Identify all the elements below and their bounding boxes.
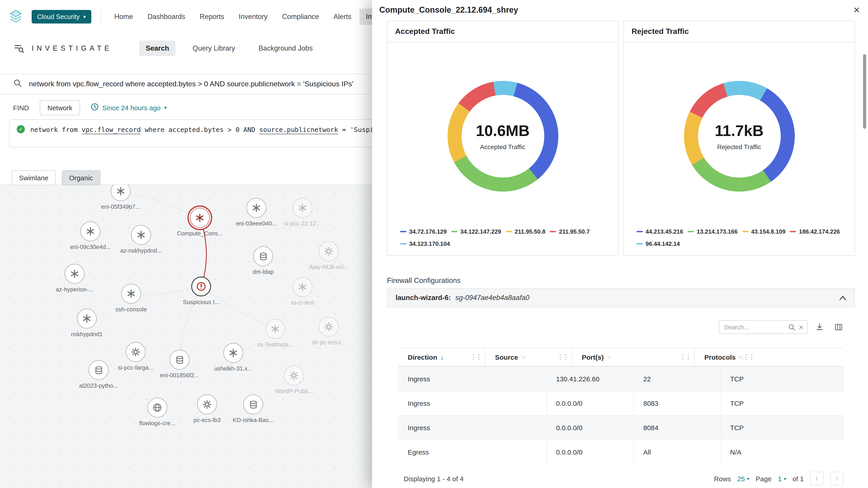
caret-down-icon: ▾ bbox=[784, 476, 786, 481]
legend-swatch bbox=[688, 231, 694, 232]
legend-swatch bbox=[637, 231, 643, 232]
column-header[interactable]: Direction ↓ ↑↓ ⋮⋮ bbox=[398, 348, 485, 366]
graph-node[interactable]: WordP-Publi... bbox=[284, 365, 304, 385]
sort-icon: ↑↓ bbox=[739, 354, 743, 360]
table-row[interactable]: Ingress 0.0.0.0/0 8084 TCP bbox=[398, 415, 844, 440]
valid-query-check-icon: ✓ bbox=[17, 125, 25, 133]
legend-swatch bbox=[550, 231, 556, 232]
graph-node[interactable]: ushelkh-31.x... bbox=[223, 343, 243, 363]
drag-handle-icon[interactable]: ⋮⋮ bbox=[680, 353, 690, 361]
nav-item[interactable]: Inventory bbox=[232, 8, 274, 25]
security-group-name: launch-wizard-6: bbox=[396, 294, 451, 302]
nav-item[interactable]: Dashboards bbox=[141, 8, 191, 25]
firewall-table: Direction ↓ ↑↓ ⋮⋮ Source ↓ ↑↓ ⋮⋮ Port(s) bbox=[398, 348, 844, 464]
view-tab[interactable]: Organic bbox=[62, 170, 100, 185]
page-select[interactable]: 1 ▾ bbox=[778, 475, 786, 482]
graph-node[interactable]: pc-ecs-lb3 bbox=[197, 394, 217, 414]
column-header[interactable]: Source ↓ ↑↓ ⋮⋮ bbox=[485, 348, 572, 366]
compute-icon bbox=[252, 203, 261, 213]
graph-node[interactable]: dm-ldap bbox=[253, 246, 273, 266]
close-icon[interactable]: × bbox=[854, 4, 860, 15]
node-circle bbox=[319, 317, 339, 337]
cell-source: 0.0.0.0/0 bbox=[547, 391, 634, 415]
graph-node[interactable]: eni-001856f2... bbox=[169, 350, 189, 369]
graph-node[interactable]: Compute_Cons... bbox=[190, 208, 210, 228]
drag-handle-icon[interactable]: ⋮⋮ bbox=[557, 353, 568, 361]
drag-handle-icon[interactable]: ⋮⋮ bbox=[743, 353, 754, 361]
time-range-button[interactable]: Since 24 hours ago ▾ bbox=[91, 103, 167, 112]
legend-swatch bbox=[451, 231, 458, 232]
node-label: dm-ldap bbox=[252, 268, 274, 275]
graph-node[interactable]: Ajay-NLB-vul... bbox=[319, 241, 339, 261]
cell-protocols: TCP bbox=[721, 416, 844, 440]
legend-swatch bbox=[506, 231, 512, 232]
legend-item: 34.122.147.229 bbox=[451, 228, 501, 235]
graph-node[interactable]: si-pcc-22.12... bbox=[292, 198, 312, 218]
nav-item[interactable]: Reports bbox=[193, 8, 231, 25]
node-circle bbox=[169, 350, 189, 369]
investigate-tab[interactable]: Query Library bbox=[186, 41, 241, 56]
graph-node[interactable]: al2023-pytho... bbox=[89, 360, 108, 380]
graph-node[interactable]: KD-ishka-Bas... bbox=[243, 394, 263, 414]
firewall-group-accordion[interactable]: launch-wizard-6: sg-0947ae4eb4a8aafa0 bbox=[387, 288, 855, 307]
graph-node[interactable]: ss-TestInsta... bbox=[266, 319, 285, 339]
column-header[interactable]: Protocols ↓ ↑↓ ⋮⋮ bbox=[694, 348, 757, 366]
column-label: Direction bbox=[408, 353, 437, 361]
rejected-traffic-donut[interactable]: 11.7kB Rejected Traffic bbox=[684, 81, 795, 192]
node-circle bbox=[126, 342, 146, 362]
rows-per-page-select[interactable]: 25 ▾ bbox=[737, 475, 749, 482]
product-switcher[interactable]: Cloud Security ▾ bbox=[32, 10, 91, 24]
caret-down-icon: ▾ bbox=[747, 476, 749, 481]
graph-node[interactable]: ss-ci-test bbox=[292, 277, 312, 297]
node-label: nskhypdnd1 bbox=[71, 331, 103, 337]
graph-node[interactable]: az-nskhypdnd... bbox=[131, 225, 151, 245]
graph-node[interactable]: ssh-console bbox=[121, 284, 141, 304]
node-label: Ajay-NLB-vul... bbox=[309, 263, 348, 270]
investigate-tab[interactable]: Search bbox=[140, 41, 176, 56]
node-label: sh-pc-ecs-l... bbox=[312, 339, 346, 346]
collapse-chevron-icon[interactable] bbox=[839, 295, 846, 300]
graph-node[interactable]: az-hyperion-... bbox=[65, 264, 85, 284]
prev-page-button[interactable]: ‹ bbox=[810, 472, 824, 485]
graph-node[interactable]: si-pcc-farga... bbox=[126, 342, 146, 362]
node-label: ushelkh-31.x... bbox=[214, 365, 252, 372]
graph-node[interactable]: nskhypdnd1 bbox=[77, 308, 97, 328]
table-body: Ingress 130.41.226.60 22 TCP Ingress 0.0… bbox=[398, 366, 844, 464]
scrollbar-thumb[interactable] bbox=[863, 54, 866, 129]
table-row[interactable]: Egress 0.0.0.0/0 All N/A bbox=[398, 440, 844, 464]
graph-node[interactable]: Suspicious I... bbox=[191, 276, 211, 296]
find-row: FIND Network Since 24 hours ago ▾ bbox=[0, 97, 167, 119]
drag-handle-icon[interactable]: ⋮⋮ bbox=[470, 353, 481, 361]
graph-node[interactable]: flowlogs-cre... bbox=[147, 398, 167, 418]
saved-searches-icon[interactable] bbox=[13, 43, 24, 54]
cell-direction: Ingress bbox=[398, 391, 547, 415]
accepted-traffic-donut[interactable]: 10.6MB Accepted Traffic bbox=[447, 81, 558, 192]
view-tab[interactable]: Swimlane bbox=[12, 170, 56, 185]
entity-type-chip[interactable]: Network bbox=[40, 100, 80, 115]
table-search-input[interactable] bbox=[723, 323, 779, 331]
donut-value: 11.7kB bbox=[715, 122, 764, 140]
column-header[interactable]: Port(s) ↓ ↑↓ ⋮⋮ bbox=[572, 348, 694, 366]
next-page-button[interactable]: › bbox=[830, 472, 844, 485]
time-range-label: Since 24 hours ago bbox=[102, 104, 161, 111]
graph-node[interactable]: sh-pc-ecs-l... bbox=[319, 317, 339, 337]
security-group-id: sg-0947ae4eb4a8aafa0 bbox=[456, 294, 530, 302]
nav-item[interactable]: Home bbox=[108, 8, 140, 25]
globe-icon bbox=[153, 403, 162, 412]
table-row[interactable]: Ingress 130.41.226.60 22 TCP bbox=[398, 366, 844, 391]
investigate-tab[interactable]: Background Jobs bbox=[252, 41, 319, 56]
graph-node[interactable]: eni-05f349b7... bbox=[111, 184, 131, 201]
nav-item[interactable]: Compliance bbox=[276, 8, 326, 25]
node-circle bbox=[197, 394, 217, 414]
table-row[interactable]: Ingress 0.0.0.0/0 8083 TCP bbox=[398, 391, 844, 415]
graph-node[interactable]: eni-09c30e4d... bbox=[81, 221, 100, 241]
graph-node[interactable]: eni-03eee040... bbox=[246, 198, 266, 218]
columns-settings-icon[interactable] bbox=[832, 320, 845, 334]
database-icon bbox=[175, 355, 184, 364]
legend-item: 211.95.50.8 bbox=[506, 228, 546, 235]
nav-item[interactable]: Alerts bbox=[327, 8, 358, 25]
clear-search-icon[interactable]: × bbox=[799, 323, 803, 331]
node-circle bbox=[111, 184, 131, 201]
compute-icon bbox=[127, 289, 135, 298]
download-icon[interactable] bbox=[813, 320, 827, 334]
